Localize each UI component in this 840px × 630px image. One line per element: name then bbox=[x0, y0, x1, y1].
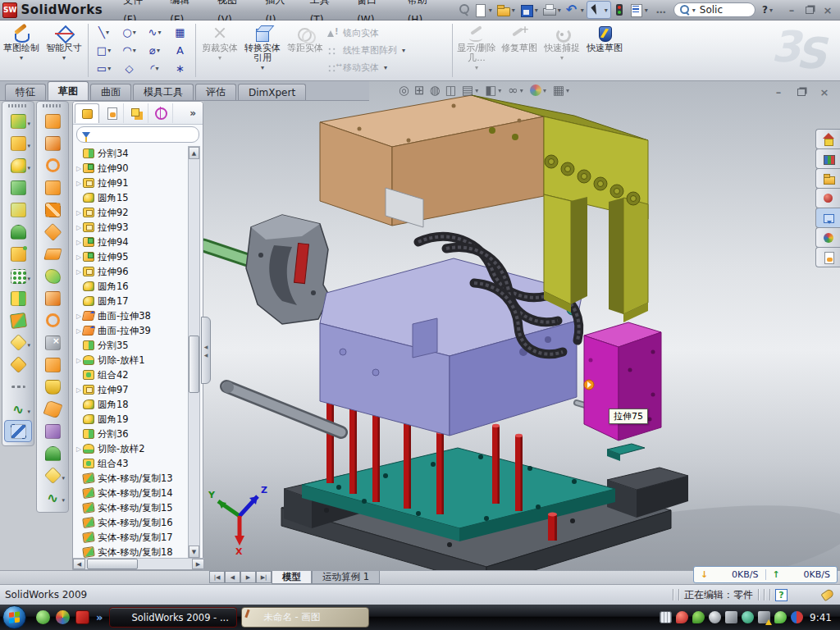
tree-item[interactable]: ▷ 实体-移动/复制17 bbox=[75, 530, 189, 545]
surface-extrude-icon[interactable]: ▾ bbox=[39, 221, 66, 243]
ellipse-icon[interactable]: ⌀ ▾ bbox=[142, 42, 167, 60]
view-orientation-icon[interactable]: ▤ ▾ bbox=[462, 84, 480, 97]
curves-icon[interactable]: ▾ bbox=[39, 486, 66, 509]
tree-item[interactable]: ▷ 分割36 bbox=[75, 427, 189, 441]
tree-vertical-scrollbar[interactable]: ▲ ▼ bbox=[188, 146, 200, 559]
ime-keyboard-icon[interactable] bbox=[660, 611, 672, 623]
tree-item[interactable]: ▷ 拉伸91 bbox=[75, 176, 189, 190]
tree-item[interactable]: ▷ 实体-移动/复制14 bbox=[75, 486, 189, 500]
scroll-left-button[interactable]: ◀ bbox=[73, 559, 85, 569]
close-button[interactable]: × bbox=[819, 4, 837, 16]
commandmanager-tab[interactable]: 草图 bbox=[48, 81, 89, 100]
tree-item[interactable]: ▷ 实体-移动/复制13 bbox=[75, 471, 189, 486]
circle-icon[interactable]: ○ ▾ bbox=[116, 24, 142, 42]
slot-icon[interactable]: ▭ ▾ bbox=[91, 60, 116, 78]
model-tab[interactable]: 模型 bbox=[272, 571, 312, 584]
spline-icon[interactable]: ∿ ▾ bbox=[142, 24, 167, 42]
planar-surface-icon[interactable]: ▾ bbox=[39, 243, 66, 265]
file-explorer-tab[interactable] bbox=[815, 168, 840, 189]
toolbar-overflow[interactable]: … ▾ bbox=[651, 1, 667, 19]
rectangle-icon[interactable]: □ ▾ bbox=[91, 42, 116, 60]
tree-item[interactable]: ▷ 拉伸90 bbox=[75, 161, 189, 176]
display-style-icon[interactable]: ◧ ▾ bbox=[485, 84, 503, 97]
media-quicklaunch-icon[interactable] bbox=[56, 610, 70, 624]
options-icon[interactable]: ▾ bbox=[628, 1, 651, 19]
tree-item[interactable]: ▷ 圆角16 bbox=[75, 279, 189, 294]
solidworks-quicklaunch-icon[interactable] bbox=[75, 610, 89, 624]
sketch-fillet-icon[interactable]: ◜ ▾ bbox=[142, 60, 167, 78]
reference-geometry-icon[interactable]: ▾ bbox=[39, 464, 66, 486]
tree-item[interactable]: ▷ 圆角15 bbox=[75, 190, 189, 205]
hide-show-items-icon[interactable]: ∞ ▾ bbox=[508, 84, 525, 97]
sketch-region-icon[interactable]: ▦ ▾ bbox=[167, 24, 193, 42]
pin-icon[interactable]: ▾ bbox=[455, 1, 472, 19]
smart-dimension-button[interactable]: 智能尺寸 ▾ bbox=[43, 21, 85, 80]
sketch-button[interactable]: 草图绘制 ▾ bbox=[0, 21, 43, 80]
extruded-boss-icon[interactable]: ▾ bbox=[4, 110, 32, 132]
manager-tabs-overflow[interactable]: » bbox=[189, 107, 201, 119]
tree-item[interactable]: ▷ 曲面-拉伸38 bbox=[75, 308, 189, 323]
toolbar-grip[interactable] bbox=[8, 104, 28, 107]
security-red-shield-icon[interactable] bbox=[676, 611, 688, 623]
tree-item[interactable]: ▷ 拉伸96 bbox=[75, 264, 189, 279]
extruded-cut-icon[interactable]: ▾ bbox=[4, 132, 32, 154]
tag-icon[interactable] bbox=[820, 588, 834, 601]
open-icon[interactable]: ▾ bbox=[495, 1, 518, 19]
tree-item[interactable]: ▷ 拉伸97 bbox=[75, 382, 189, 397]
quick-snaps-button[interactable]: 快速捕捉 ▾ bbox=[541, 21, 583, 80]
tree-horizontal-scrollbar[interactable]: ◀ ▶ bbox=[73, 558, 204, 569]
panel-splitter[interactable]: ◀ ◀ bbox=[201, 317, 211, 384]
defender-shield-icon[interactable] bbox=[774, 611, 787, 623]
zoom-fit-icon[interactable]: ◎ ▾ bbox=[399, 84, 409, 97]
scroll-right-button[interactable]: ▶ bbox=[192, 559, 204, 569]
tree-item[interactable]: ▷ 圆角17 bbox=[75, 294, 189, 308]
wrap-icon[interactable]: ▾ bbox=[39, 376, 66, 398]
go-last-button[interactable]: ▶| bbox=[256, 571, 272, 583]
revolved-cut-icon[interactable]: ▾ bbox=[39, 132, 66, 154]
repair-sketch-button[interactable]: 修复草图 ▾ bbox=[498, 21, 541, 80]
display-delete-relations-button[interactable]: 显示/删除几... ▾ bbox=[455, 21, 498, 80]
arc-icon[interactable]: ◠ ▾ bbox=[116, 42, 142, 60]
propertymanager-tab[interactable] bbox=[99, 103, 124, 123]
expander-icon[interactable]: ▷ bbox=[75, 224, 83, 231]
back-button[interactable]: ◀ bbox=[225, 571, 240, 583]
tree-item[interactable]: ▷ 组合43 bbox=[75, 456, 189, 471]
apply-scene-icon[interactable]: ▾ bbox=[530, 84, 548, 96]
offset-entities-button[interactable]: 等距实体 ▾ bbox=[284, 21, 326, 80]
rib-icon[interactable]: ▾ bbox=[4, 176, 32, 199]
scroll-up-button[interactable]: ▲ bbox=[189, 147, 199, 159]
solidworks-resources-tab[interactable] bbox=[815, 129, 840, 149]
move-entities-button[interactable]: 移动实体 ▾ bbox=[326, 59, 450, 76]
graphics-viewport[interactable]: ◎ ▾ ⊞ ▾ ◍ ▾ ◫ ▾ ▤ ▾ ◧ ▾ ∞ ▾ ▾ bbox=[203, 81, 840, 570]
tree-item[interactable]: ▷ 圆角18 bbox=[75, 397, 189, 412]
zoom-selected-icon[interactable]: ◍ ▾ bbox=[430, 84, 441, 97]
expander-icon[interactable]: ▷ bbox=[75, 445, 83, 453]
knit-surface-icon[interactable]: ▾ bbox=[39, 265, 66, 287]
dome-icon[interactable]: ▾ bbox=[39, 442, 66, 464]
replace-face-icon[interactable]: ▾ bbox=[39, 354, 66, 376]
solidworks-window-button[interactable]: SolidWorks 2009 - ... bbox=[109, 607, 237, 628]
combine-icon[interactable]: ▾ bbox=[4, 287, 32, 309]
doc-minimize-button[interactable]: – bbox=[769, 86, 788, 98]
tree-item[interactable]: ▷ 拉伸93 bbox=[75, 220, 189, 235]
scroll-down-button[interactable]: ▼ bbox=[189, 546, 199, 558]
trim-entities-button[interactable]: 剪裁实体 ▾ bbox=[199, 21, 241, 80]
featuremanager-tab[interactable] bbox=[75, 103, 99, 123]
paint-window-button[interactable]: 未命名 - 画图 bbox=[241, 607, 369, 628]
commandmanager-tab[interactable]: 模具工具 bbox=[133, 84, 194, 100]
volume-icon[interactable] bbox=[725, 611, 737, 623]
search-input[interactable]: ▾ Solic bbox=[673, 2, 756, 17]
go-first-button[interactable]: |◀ bbox=[209, 571, 225, 583]
tree-item[interactable]: ▷ 圆角19 bbox=[75, 412, 189, 427]
expander-icon[interactable]: ▷ bbox=[75, 180, 83, 187]
view-palette-tab[interactable] bbox=[815, 208, 840, 228]
axis-icon[interactable]: ▾ bbox=[4, 376, 32, 398]
appearances-scenes-tab[interactable] bbox=[815, 227, 840, 248]
tree-item[interactable]: ▷ 拉伸92 bbox=[75, 205, 189, 220]
scroll-thumb[interactable] bbox=[189, 336, 199, 393]
zoom-area-icon[interactable]: ⊞ ▾ bbox=[414, 84, 425, 97]
swept-surface-icon[interactable]: ▾ bbox=[39, 309, 66, 331]
delete-face-icon[interactable]: ▾ bbox=[39, 331, 66, 354]
forward-button[interactable]: ▶ bbox=[240, 571, 256, 583]
tree-filter-input[interactable] bbox=[76, 126, 199, 143]
